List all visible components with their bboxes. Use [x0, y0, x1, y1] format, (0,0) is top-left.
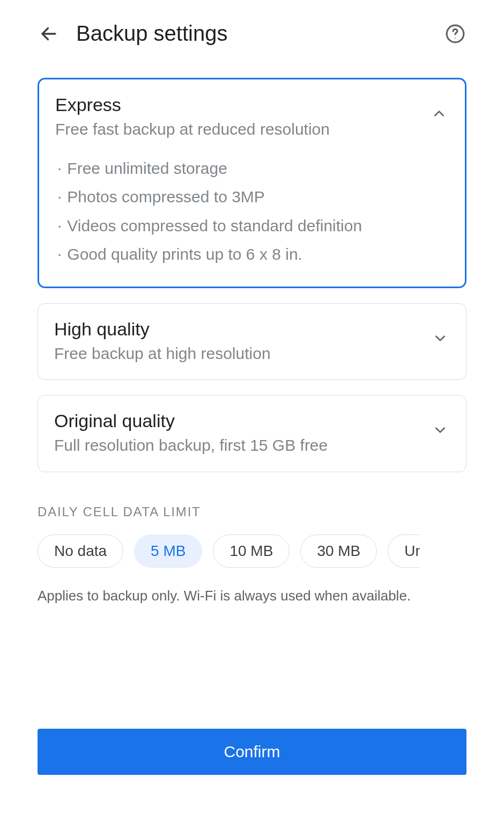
- bullet-text: Free unlimited storage: [67, 157, 227, 180]
- confirm-button[interactable]: Confirm: [38, 729, 466, 775]
- option-subtitle-express: Free fast backup at reduced resolution: [55, 119, 423, 141]
- option-details-express: · Free unlimited storage · Photos compre…: [55, 157, 449, 266]
- option-subtitle-original: Full resolution backup, first 15 GB free: [54, 435, 424, 457]
- bullet-icon: ·: [57, 243, 62, 265]
- list-item: · Photos compressed to 3MP: [55, 185, 449, 209]
- bullet-icon: ·: [57, 214, 62, 237]
- list-item: · Videos compressed to standard definiti…: [55, 214, 449, 238]
- header: Backup settings: [38, 21, 466, 46]
- option-express[interactable]: Express Free fast backup at reduced reso…: [38, 78, 466, 288]
- back-arrow-icon[interactable]: [38, 23, 60, 45]
- bullet-text: Videos compressed to standard definition: [67, 214, 362, 238]
- option-subtitle-high: Free backup at high resolution: [54, 343, 424, 365]
- option-high-quality[interactable]: High quality Free backup at high resolut…: [38, 303, 466, 380]
- chip-10mb[interactable]: 10 MB: [213, 534, 290, 568]
- bullet-icon: ·: [57, 157, 62, 179]
- option-title-original: Original quality: [54, 411, 424, 431]
- chip-30mb[interactable]: 30 MB: [300, 534, 377, 568]
- option-title-express: Express: [55, 94, 423, 115]
- bullet-text: Good quality prints up to 6 x 8 in.: [67, 243, 302, 266]
- help-icon[interactable]: [444, 23, 466, 45]
- chip-unlimited[interactable]: Unl: [388, 534, 420, 568]
- chevron-down-icon[interactable]: [431, 328, 450, 348]
- option-original-quality[interactable]: Original quality Full resolution backup,…: [38, 395, 466, 472]
- list-item: · Free unlimited storage: [55, 157, 449, 180]
- bullet-icon: ·: [57, 185, 62, 208]
- bullet-text: Photos compressed to 3MP: [67, 185, 265, 209]
- chevron-down-icon[interactable]: [431, 420, 450, 439]
- data-limit-helper: Applies to backup only. Wi-Fi is always …: [38, 586, 466, 605]
- page-title: Backup settings: [76, 21, 444, 46]
- chevron-up-icon[interactable]: [429, 104, 449, 123]
- option-title-high: High quality: [54, 319, 424, 340]
- data-limit-chips: No data 5 MB 10 MB 30 MB Unl: [38, 534, 466, 568]
- data-limit-label: DAILY CELL DATA LIMIT: [38, 504, 466, 519]
- list-item: · Good quality prints up to 6 x 8 in.: [55, 243, 449, 266]
- chip-no-data[interactable]: No data: [38, 534, 123, 568]
- svg-point-2: [455, 37, 456, 38]
- chip-5mb[interactable]: 5 MB: [134, 534, 202, 568]
